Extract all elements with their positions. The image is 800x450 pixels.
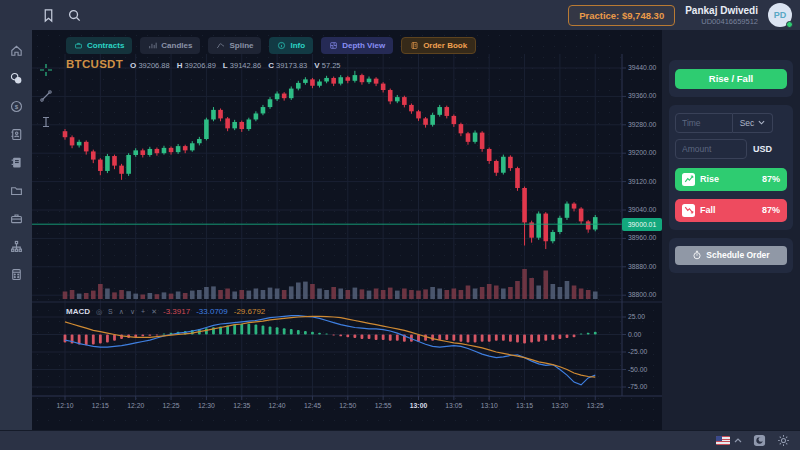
briefcase-icon[interactable]: [6, 208, 26, 228]
rise-chart-icon: [682, 173, 695, 186]
language-selector[interactable]: [716, 436, 742, 445]
macd-title: MACD: [66, 307, 90, 316]
avatar[interactable]: PD: [768, 3, 792, 27]
symbol-name: BTCUSDT: [66, 58, 123, 70]
tab-info[interactable]: Info: [269, 37, 313, 54]
macd-axis-label: -50.00: [628, 366, 647, 373]
chart-toolbar: Contracts Candles Spline Info Depth View…: [66, 37, 476, 54]
schedule-order-label: Schedule Order: [706, 250, 769, 260]
stopwatch-icon: [692, 250, 702, 260]
calculator-icon[interactable]: [6, 264, 26, 284]
user-name: Pankaj Dwivedi: [685, 5, 758, 17]
amount-row: USD: [675, 139, 787, 159]
bookmark-icon[interactable]: [40, 7, 56, 23]
practice-balance-button[interactable]: Practice: $9,748.30: [568, 5, 675, 26]
bottombar: [0, 431, 800, 450]
topbar: Practice: $9,748.30 Pankaj Dwivedi UD004…: [0, 0, 800, 30]
macd-add-icon[interactable]: +: [141, 308, 145, 315]
ohlc-close: C 39173.83: [268, 61, 307, 70]
macd-move-down-icon[interactable]: ∨: [130, 308, 135, 316]
macd-settings-icon[interactable]: S: [108, 308, 113, 315]
macd-remove-icon[interactable]: ✕: [151, 308, 157, 316]
macd-line-value: -33.0709: [196, 307, 228, 316]
time-axis-label: 13:15: [516, 402, 533, 409]
schedule-card: Schedule Order: [669, 238, 793, 273]
network-icon[interactable]: [6, 236, 26, 256]
price-axis-label: 39120.00: [628, 178, 656, 185]
price-axis-label: 38880.00: [628, 263, 656, 270]
light-theme-icon[interactable]: [776, 434, 790, 448]
fall-chart-icon: [682, 204, 695, 217]
ohlc-volume: V 57.25: [314, 61, 340, 70]
text-tool-icon[interactable]: [38, 114, 53, 129]
price-axis-label: 39440.00: [628, 64, 656, 71]
fall-button-label: Fall: [700, 205, 716, 215]
macd-visibility-icon[interactable]: ◎: [96, 308, 102, 316]
tab-spline[interactable]: Spline: [208, 37, 261, 54]
time-axis-label: 12:30: [198, 402, 215, 409]
order-form-card: Sec USD Rise 87% Fall 87%: [669, 105, 793, 230]
time-axis-label: 12:40: [269, 402, 286, 409]
schedule-order-button[interactable]: Schedule Order: [675, 246, 787, 265]
time-axis-label: 12:20: [127, 402, 144, 409]
macd-axis-label: 25.00: [628, 313, 645, 320]
tab-contracts[interactable]: Contracts: [66, 37, 132, 54]
ohlc-open: O 39206.88: [130, 61, 170, 70]
contacts-icon[interactable]: [6, 124, 26, 144]
time-axis-label: 12:45: [304, 402, 321, 409]
rise-fall-button[interactable]: Rise / Fall: [675, 69, 787, 89]
tab-info-label: Info: [290, 41, 305, 50]
tab-spline-label: Spline: [229, 41, 253, 50]
time-axis-label: 13:20: [551, 402, 568, 409]
coins-icon[interactable]: $: [6, 68, 26, 88]
dark-theme-icon[interactable]: [752, 434, 766, 448]
price-axis-label: 38800.00: [628, 291, 656, 298]
rise-button[interactable]: Rise 87%: [675, 168, 787, 191]
user-id: UD00416659512: [685, 17, 758, 26]
candlestick-chart[interactable]: [32, 30, 662, 430]
rise-button-label: Rise: [700, 174, 719, 184]
chart-panel: Contracts Candles Spline Info Depth View…: [32, 30, 662, 430]
svg-text:$: $: [14, 102, 18, 109]
price-axis-label: 39040.00: [628, 206, 656, 213]
tab-depth-view-label: Depth View: [342, 41, 385, 50]
search-icon[interactable]: [66, 7, 82, 23]
tab-depth-view[interactable]: Depth View: [321, 37, 393, 54]
time-unit-value: Sec: [740, 118, 755, 128]
ohlc-high: H 39206.89: [177, 61, 216, 70]
ohlc-low: L 39142.86: [223, 61, 261, 70]
avatar-initials: PD: [774, 10, 787, 20]
macd-header: MACD ◎ S ∧ ∨ + ✕ -3.3917 -33.0709 -29.67…: [66, 307, 265, 316]
current-price-tag: 39000.01: [622, 218, 662, 231]
time-axis-label: 13:05: [445, 402, 462, 409]
trading-app: Practice: $9,748.30 Pankaj Dwivedi UD004…: [0, 0, 800, 450]
fall-payout-pct: 87%: [762, 205, 780, 215]
ledger-icon[interactable]: [6, 152, 26, 172]
crosshair-tool-icon[interactable]: [38, 62, 53, 77]
amount-input[interactable]: [675, 139, 747, 159]
macd-histogram-value: -3.3917: [163, 307, 190, 316]
trade-type-card: Rise / Fall: [669, 60, 793, 97]
price-axis-label: 39360.00: [628, 92, 656, 99]
user-block[interactable]: Pankaj Dwivedi UD00416659512: [685, 5, 758, 26]
currency-label: USD: [753, 144, 772, 154]
us-flag-icon: [716, 436, 730, 445]
tab-candles[interactable]: Candles: [140, 37, 200, 54]
macd-axis-label: -25.00: [628, 348, 647, 355]
time-axis-label: 13:10: [481, 402, 498, 409]
fall-button[interactable]: Fall 87%: [675, 199, 787, 222]
drawing-tools: [38, 62, 53, 129]
macd-move-up-icon[interactable]: ∧: [119, 308, 124, 316]
trendline-tool-icon[interactable]: [38, 88, 53, 103]
time-row: Sec: [675, 113, 787, 133]
time-input[interactable]: [675, 113, 733, 133]
topbar-left: [40, 7, 82, 23]
tab-order-book[interactable]: Order Book: [401, 37, 476, 54]
dollar-coin-icon[interactable]: $: [6, 96, 26, 116]
order-panel: Rise / Fall Sec USD Rise 87% Fall: [662, 30, 800, 430]
home-icon[interactable]: [6, 40, 26, 60]
price-axis-label: 38960.00: [628, 234, 656, 241]
time-unit-select[interactable]: Sec: [733, 113, 773, 133]
folder-icon[interactable]: [6, 180, 26, 200]
rise-payout-pct: 87%: [762, 174, 780, 184]
